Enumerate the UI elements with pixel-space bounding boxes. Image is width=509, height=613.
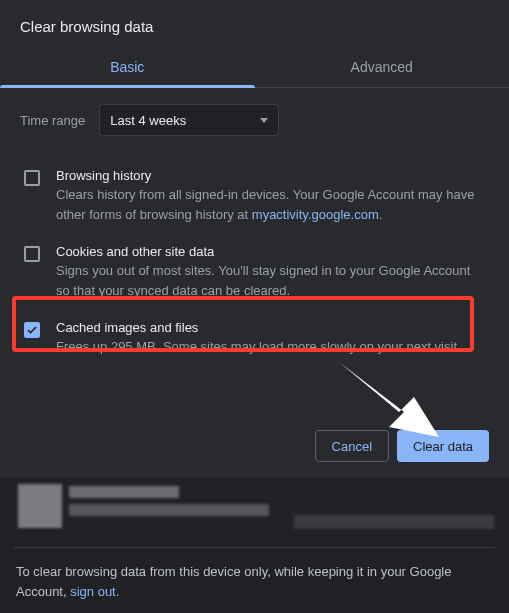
- page-background: To clear browsing data from this device …: [0, 478, 509, 613]
- clear-browsing-data-dialog: Clear browsing data Basic Advanced Time …: [0, 0, 509, 478]
- time-range-value: Last 4 weeks: [110, 113, 186, 128]
- time-range-label: Time range: [20, 113, 85, 128]
- link-myactivity[interactable]: myactivity.google.com: [252, 207, 379, 222]
- tab-bar: Basic Advanced: [0, 49, 509, 88]
- option-browsing-history: Browsing history Clears history from all…: [20, 158, 489, 234]
- time-range-select[interactable]: Last 4 weeks: [99, 104, 279, 136]
- option-title: Browsing history: [56, 168, 485, 183]
- option-title: Cached images and files: [56, 320, 461, 335]
- checkbox-cached-images[interactable]: [24, 322, 40, 338]
- link-sign-out[interactable]: sign out: [70, 584, 116, 599]
- option-desc: Frees up 295 MB. Some sites may load mor…: [56, 337, 461, 357]
- option-title: Cookies and other site data: [56, 244, 485, 259]
- checkbox-browsing-history[interactable]: [24, 170, 40, 186]
- checkbox-cookies[interactable]: [24, 246, 40, 262]
- cancel-button[interactable]: Cancel: [315, 430, 389, 462]
- dialog-actions: Cancel Clear data: [0, 430, 509, 478]
- clear-data-button[interactable]: Clear data: [397, 430, 489, 462]
- option-cookies: Cookies and other site data Signs you ou…: [20, 234, 489, 310]
- dialog-title: Clear browsing data: [0, 0, 509, 49]
- tab-basic[interactable]: Basic: [0, 49, 255, 87]
- blurred-profile-area: [14, 478, 495, 548]
- option-cached-images: Cached images and files Frees up 295 MB.…: [20, 310, 489, 367]
- chevron-down-icon: [260, 118, 268, 123]
- footer-text: To clear browsing data from this device …: [14, 548, 495, 601]
- option-desc: Clears history from all signed-in device…: [56, 185, 485, 224]
- tab-advanced[interactable]: Advanced: [255, 49, 510, 87]
- check-icon: [26, 324, 38, 336]
- option-desc: Signs you out of most sites. You'll stay…: [56, 261, 485, 300]
- time-range-row: Time range Last 4 weeks: [20, 104, 489, 136]
